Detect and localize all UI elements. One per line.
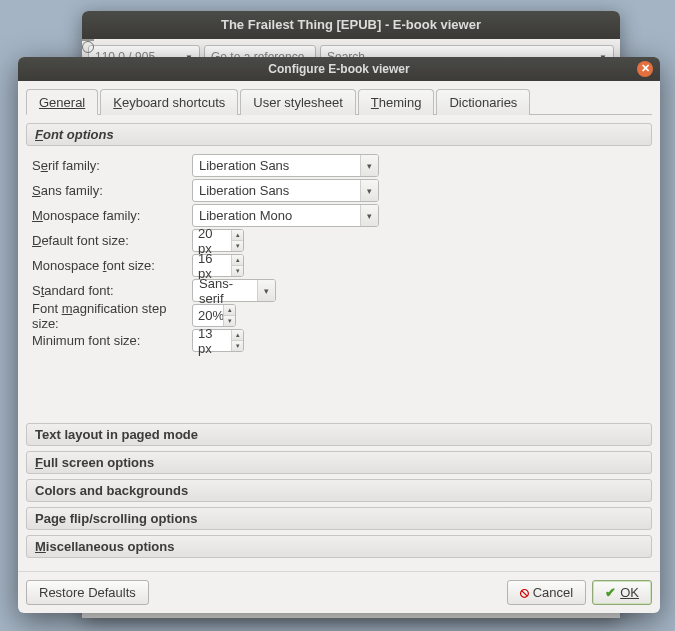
label-mono-size: Monospace font size: — [32, 258, 192, 273]
tab-general[interactable]: General — [26, 89, 98, 115]
label-mono: Monospace family: — [32, 208, 192, 223]
label-serif: Serif family: — [32, 158, 192, 173]
spin-min-size[interactable]: 13 px▴▾ — [192, 329, 244, 352]
label-standard: Standard font: — [32, 283, 192, 298]
dialog-footer: Restore Defaults ⦸Cancel ✔OK — [18, 571, 660, 613]
dialog-close-icon[interactable]: ✕ — [637, 61, 653, 77]
chevron-down-icon: ▾ — [360, 205, 378, 226]
ok-button[interactable]: ✔OK — [592, 580, 652, 605]
section-misc[interactable]: Miscellaneous options — [26, 535, 652, 558]
restore-defaults-button[interactable]: Restore Defaults — [26, 580, 149, 605]
spin-default-size[interactable]: 20 px▴▾ — [192, 229, 244, 252]
parent-title: The Frailest Thing [EPUB] - E-book viewe… — [221, 17, 481, 32]
chevron-down-icon: ▾ — [257, 280, 275, 301]
label-mag-step: Font magnification step size: — [32, 301, 192, 331]
label-min-size: Minimum font size: — [32, 333, 192, 348]
check-icon: ✔ — [605, 585, 616, 600]
combo-sans[interactable]: Liberation Sans▾ — [192, 179, 379, 202]
font-fields: Serif family: Liberation Sans▾ Sans fami… — [26, 151, 652, 423]
dialog-titlebar: Configure E-book viewer ✕ — [18, 57, 660, 81]
tab-stylesheet[interactable]: User stylesheet — [240, 89, 356, 115]
spin-mono-size[interactable]: 16 px▴▾ — [192, 254, 244, 277]
parent-titlebar: The Frailest Thing [EPUB] - E-book viewe… — [82, 11, 620, 39]
cancel-icon: ⦸ — [520, 584, 529, 601]
configure-dialog: Configure E-book viewer ✕ General Keyboa… — [18, 57, 660, 613]
tab-dictionaries[interactable]: Dictionaries — [436, 89, 530, 115]
label-default-size: Default font size: — [32, 233, 192, 248]
section-font-options[interactable]: Font options — [26, 123, 652, 146]
chevron-down-icon: ▾ — [360, 155, 378, 176]
section-text-layout[interactable]: Text layout in paged mode — [26, 423, 652, 446]
chevron-down-icon: ▾ — [360, 180, 378, 201]
combo-mono[interactable]: Liberation Mono▾ — [192, 204, 379, 227]
combo-serif[interactable]: Liberation Sans▾ — [192, 154, 379, 177]
maximize-icon[interactable] — [82, 41, 94, 53]
section-pageflip[interactable]: Page flip/scrolling options — [26, 507, 652, 530]
section-fullscreen[interactable]: Full screen options — [26, 451, 652, 474]
spin-mag-step[interactable]: 20%▴▾ — [192, 304, 236, 327]
tab-keyboard[interactable]: Keyboard shortcuts — [100, 89, 238, 115]
tabbar: General Keyboard shortcuts User styleshe… — [26, 89, 652, 115]
label-sans: Sans family: — [32, 183, 192, 198]
dialog-title: Configure E-book viewer — [268, 62, 409, 76]
section-colors[interactable]: Colors and backgrounds — [26, 479, 652, 502]
cancel-button[interactable]: ⦸Cancel — [507, 580, 586, 605]
tab-theming[interactable]: Theming — [358, 89, 435, 115]
combo-standard[interactable]: Sans-serif▾ — [192, 279, 276, 302]
